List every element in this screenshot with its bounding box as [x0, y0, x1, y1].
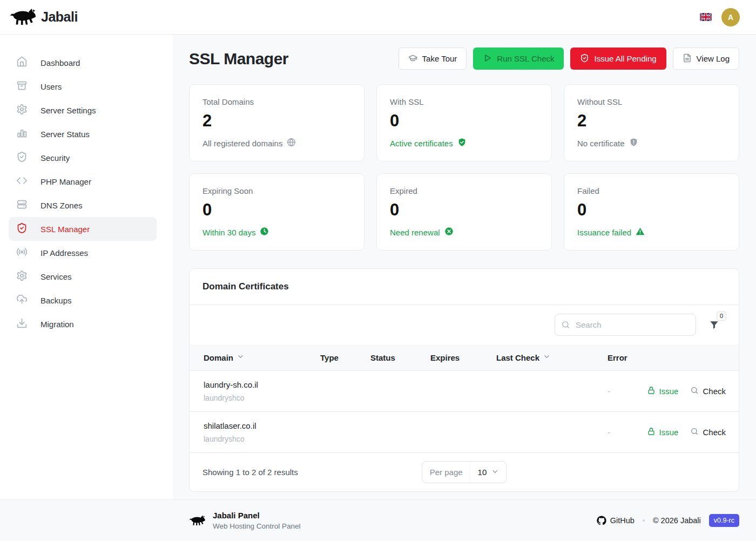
user-avatar[interactable]: A	[721, 8, 740, 26]
stat-value: 2	[577, 111, 726, 131]
github-icon	[597, 516, 606, 525]
brand-name: Jabali	[41, 9, 78, 25]
stat-value: 2	[202, 111, 351, 131]
chevron-down-icon	[543, 353, 551, 362]
table-header-row: Domain Type Status Expires Last Check Er…	[190, 344, 739, 371]
search-icon	[561, 320, 570, 329]
stat-value: 0	[390, 111, 538, 131]
shield-check-icon	[16, 151, 28, 164]
sidebar-item-migration[interactable]: Migration	[9, 312, 157, 336]
page-actions: Take Tour Run SSL Check Issue All Pendin…	[399, 48, 739, 70]
sidebar-item-ssl-manager[interactable]: SSL Manager	[9, 217, 157, 241]
sidebar-item-ip-addresses[interactable]: IP Addresses	[9, 241, 157, 265]
filter-count-badge: 0	[717, 312, 726, 321]
sidebar-item-users[interactable]: Users	[9, 75, 157, 98]
funnel-icon	[709, 320, 719, 330]
lock-icon	[647, 427, 656, 437]
triangle-alert-icon	[636, 227, 645, 238]
domain-certificates-card: Domain Certificates 0 Domain Type S	[189, 268, 739, 492]
issue-action[interactable]: Issue	[647, 386, 679, 396]
shield-check-icon	[580, 53, 589, 64]
home-icon	[16, 56, 28, 69]
stat-card-with-ssl: With SSL 0 Active certificates	[376, 84, 552, 161]
column-header-error: Error	[608, 344, 656, 371]
run-ssl-check-button[interactable]: Run SSL Check	[473, 48, 564, 70]
view-log-button[interactable]: View Log	[673, 48, 739, 70]
globe-icon	[287, 138, 296, 148]
chevron-down-icon	[491, 468, 499, 477]
column-header-last-check[interactable]: Last Check	[496, 344, 608, 371]
shield-alert-icon	[629, 138, 638, 148]
server-icon	[16, 199, 28, 212]
sidebar-item-dns-zones[interactable]: DNS Zones	[9, 193, 157, 217]
check-action[interactable]: Check	[690, 386, 726, 396]
github-link[interactable]: GitHub	[597, 516, 634, 525]
page-footer: Jabali Panel Web Hosting Control Panel G…	[0, 499, 756, 541]
separator-dot	[643, 519, 645, 522]
search-icon	[690, 427, 699, 437]
per-page-label: Per page	[422, 468, 470, 477]
sidebar-item-dashboard[interactable]: Dashboard	[9, 51, 157, 75]
boar-logo-icon	[9, 7, 37, 28]
sidebar-item-server-settings[interactable]: Server Settings	[9, 98, 157, 122]
boar-logo-icon	[188, 514, 206, 528]
gear-icon	[16, 104, 28, 117]
users-archive-icon	[16, 80, 28, 93]
sidebar-item-php-manager[interactable]: PHP Manager	[9, 170, 157, 193]
cloud-upload-icon	[16, 294, 28, 307]
graduation-cap-icon	[408, 53, 417, 64]
chevron-down-icon	[237, 353, 245, 362]
lock-icon	[647, 386, 656, 396]
per-page-select[interactable]: Per page 10	[422, 461, 507, 483]
column-header-expires: Expires	[430, 344, 496, 371]
sidebar-item-server-status[interactable]: Server Status	[9, 122, 157, 146]
download-icon	[16, 317, 28, 330]
shield-check-icon	[16, 222, 28, 235]
issue-all-pending-button[interactable]: Issue All Pending	[570, 48, 666, 70]
per-page-value: 10	[478, 468, 487, 477]
search-box	[555, 314, 696, 336]
table-row: laundry-sh.co.il laundryshco - Issue Che…	[190, 371, 739, 412]
stat-card-total-domains: Total Domains 2 All registered domains	[189, 84, 364, 161]
page-title: SSL Manager	[189, 50, 288, 68]
bar-chart-icon	[16, 127, 28, 140]
sidebar-item-services[interactable]: Services	[9, 265, 157, 288]
search-input[interactable]	[555, 314, 696, 336]
domain-name: laundry-sh.co.il	[204, 380, 320, 389]
stat-value: 0	[202, 200, 351, 220]
sidebar-item-security[interactable]: Security	[9, 146, 157, 170]
filter-button[interactable]: 0	[709, 320, 719, 330]
clock-icon	[260, 227, 269, 238]
results-summary: Showing 1 to 2 of 2 results	[202, 468, 298, 477]
gear-icon	[16, 270, 28, 283]
table-row: shilatlaser.co.il laundryshco - Issue Ch…	[190, 412, 739, 453]
copyright: © 2026 Jabali	[653, 516, 701, 525]
certificates-table: Domain Type Status Expires Last Check Er…	[190, 344, 739, 452]
check-action[interactable]: Check	[690, 427, 726, 437]
brand[interactable]: Jabali	[9, 7, 78, 28]
footer-subtitle: Web Hosting Control Panel	[213, 522, 301, 530]
column-header-type: Type	[320, 344, 370, 371]
stat-value: 0	[390, 200, 538, 220]
stat-value: 0	[577, 200, 726, 220]
code-icon	[16, 175, 28, 188]
column-header-domain[interactable]: Domain	[190, 344, 320, 371]
file-text-icon	[683, 53, 692, 64]
footer-brand: Jabali Panel	[213, 511, 301, 520]
domain-name: shilatlaser.co.il	[204, 421, 320, 430]
top-navbar: Jabali A	[0, 0, 756, 35]
search-icon	[690, 386, 699, 396]
main-content: SSL Manager Take Tour Run SSL Check Issu…	[173, 35, 756, 499]
play-icon	[483, 53, 492, 64]
issue-action[interactable]: Issue	[647, 427, 679, 437]
stat-card-failed: Failed 0 Issuance failed	[564, 173, 739, 251]
sidebar: Dashboard Users Server Settings Server S…	[0, 35, 173, 499]
take-tour-button[interactable]: Take Tour	[399, 48, 467, 70]
shield-check-icon	[457, 138, 467, 148]
language-flag-icon[interactable]	[700, 13, 712, 21]
domain-owner: laundryshco	[204, 435, 320, 443]
version-badge: v0.9-rc	[709, 514, 739, 527]
circle-x-icon	[444, 227, 454, 238]
table-title: Domain Certificates	[190, 269, 739, 305]
sidebar-item-backups[interactable]: Backups	[9, 288, 157, 312]
